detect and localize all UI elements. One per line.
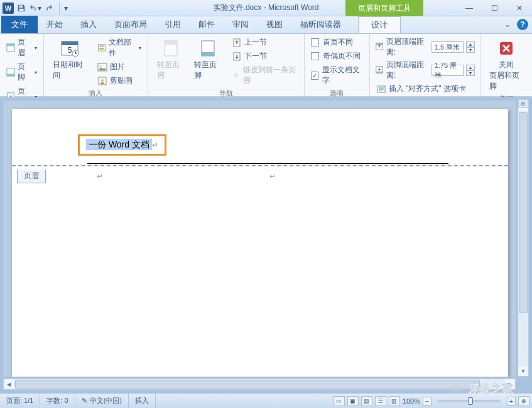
zoom-out-button[interactable]: − [423, 397, 432, 405]
paragraph-mark-icon: ↵ [269, 172, 276, 181]
paragraph-mark-icon: ↵ [152, 141, 158, 149]
header-button[interactable]: 页眉▾ [4, 36, 40, 60]
tab-review[interactable]: 审阅 [224, 16, 258, 33]
tab-references[interactable]: 引用 [156, 16, 190, 33]
insert-align-tab-button[interactable]: 插入 "对齐方式" 选项卡 [374, 82, 476, 95]
ribbon-minimize-icon[interactable]: ⌄ [502, 19, 513, 30]
link-previous-button[interactable]: 链接到前一条页眉 [229, 63, 300, 87]
tab-design[interactable]: 设计 [358, 16, 401, 33]
window-title: 实验文件.docx - Microsoft Word [214, 3, 319, 13]
tab-view[interactable]: 视图 [258, 16, 291, 33]
goto-header-icon [161, 37, 181, 60]
quickparts-button[interactable]: 文档部件▾ [95, 36, 144, 60]
group-close: 关闭 页眉和页脚 关闭 [480, 34, 532, 96]
scroll-thumb[interactable] [519, 112, 528, 313]
spin-down[interactable]: ▼ [466, 47, 475, 53]
svg-point-16 [99, 65, 101, 67]
zoom-slider[interactable] [438, 400, 501, 402]
view-outline-icon[interactable]: ☰ [375, 396, 386, 406]
header-region-tag: 页眉 [17, 169, 46, 183]
header-underline [87, 163, 448, 164]
svg-point-18 [101, 79, 104, 82]
save-icon[interactable] [15, 2, 28, 14]
spellcheck-icon: ✎ [82, 397, 87, 405]
paragraph-mark-icon: ↵ [97, 172, 103, 181]
group-navigation: 转至页眉 转至页脚 上一节 下一节 链接到前一条页眉 导航 [148, 34, 305, 96]
footer-icon [6, 67, 15, 77]
view-print-layout-icon[interactable]: ▭ [334, 396, 345, 406]
header-distance-spinner[interactable]: 页眉顶端距离: 1.5 厘米 ▲▼ [374, 36, 476, 58]
zoom-fit-icon[interactable]: ⊕ [518, 396, 529, 406]
view-draft-icon[interactable]: ▥ [389, 396, 400, 406]
prev-section-button[interactable]: 上一节 [229, 36, 300, 49]
zoom-in-button[interactable]: + [507, 397, 516, 405]
tab-home[interactable]: 开始 [38, 16, 72, 33]
redo-icon[interactable] [43, 2, 55, 14]
group-position: 页眉顶端距离: 1.5 厘米 ▲▼ 页脚底端距离: 1.75 厘米 ▲▼ 插入 … [370, 34, 480, 96]
qat-customize-icon[interactable]: ▾ [59, 2, 72, 14]
horizontal-scrollbar[interactable]: ◀ ▶ [3, 378, 516, 390]
quickparts-icon [97, 43, 106, 53]
help-icon[interactable]: ? [517, 19, 528, 30]
ruler-toggle-icon[interactable]: ⊞ [518, 99, 528, 108]
quick-access-toolbar: W ▾ ▾ [0, 2, 72, 14]
picture-icon [97, 62, 107, 72]
scroll-left-button[interactable]: ◀ [4, 379, 14, 389]
prev-icon [232, 38, 242, 48]
datetime-button[interactable]: 5 日期和时间 [48, 36, 92, 82]
zoom-level[interactable]: 100% [403, 397, 420, 405]
header-text[interactable]: 一份 Word 文档 [86, 139, 152, 150]
header-highlight-box: 一份 Word 文档↵ [78, 134, 166, 156]
document-viewport[interactable]: 一份 Word 文档↵ ↵ 页眉 ↵ [3, 100, 516, 377]
scroll-thumb[interactable] [15, 380, 480, 389]
minimize-button[interactable]: — [457, 0, 482, 16]
zoom-slider-knob[interactable] [468, 397, 473, 405]
status-bar: 页面: 1/1 字数: 0 ✎中文(中国) 插入 ▭ ▣ ▤ ☰ ▥ 100% … [0, 393, 532, 408]
tab-page-layout[interactable]: 页面布局 [106, 16, 156, 33]
status-insert-mode[interactable]: 插入 [129, 394, 156, 408]
link-icon [232, 70, 241, 80]
contextual-tab-title: 页眉和页脚工具 [345, 0, 423, 16]
document-area: 一份 Word 文档↵ ↵ 页眉 ↵ ⊞ ▲ ▼ ◀ ▶ [0, 97, 532, 393]
view-fullscreen-icon[interactable]: ▣ [347, 396, 359, 406]
status-language[interactable]: ✎中文(中国) [75, 394, 129, 408]
svg-rect-28 [376, 72, 383, 73]
file-tab[interactable]: 文件 [1, 16, 38, 33]
tab-foxit[interactable]: 福昕阅读器 [291, 16, 350, 33]
footer-button[interactable]: 页脚▾ [4, 60, 40, 84]
goto-footer-button[interactable]: 转至页脚 [189, 36, 227, 82]
svg-rect-5 [7, 74, 14, 77]
svg-rect-22 [202, 52, 214, 56]
show-doc-text-checkbox[interactable]: ✓显示文档文字 [308, 63, 366, 87]
spin-up[interactable]: ▲ [466, 41, 475, 47]
svg-rect-14 [99, 48, 104, 50]
footer-distance-spinner[interactable]: 页脚底端距离: 1.75 厘米 ▲▼ [374, 59, 476, 82]
scroll-down-button[interactable]: ▼ [518, 366, 528, 376]
tab-mailings[interactable]: 邮件 [190, 16, 224, 33]
goto-header-button[interactable]: 转至页眉 [152, 36, 190, 82]
status-page[interactable]: 页面: 1/1 [0, 394, 40, 408]
maximize-button[interactable]: ☐ [482, 0, 507, 16]
different-first-checkbox[interactable]: 首页不同 [308, 36, 366, 49]
scroll-right-button[interactable]: ▶ [505, 379, 515, 389]
page[interactable]: 一份 Word 文档↵ ↵ 页眉 ↵ [12, 109, 508, 377]
undo-icon[interactable]: ▾ [29, 2, 41, 14]
close-button[interactable]: ✕ [507, 0, 532, 16]
tab-insert[interactable]: 插入 [72, 16, 106, 33]
clipart-button[interactable]: 剪贴画 [95, 74, 144, 87]
vertical-scrollbar[interactable]: ⊞ ▲ ▼ [518, 100, 529, 377]
header-dist-icon [375, 42, 384, 52]
ribbon: 页眉▾ 页脚▾ #页码▾ 页眉和页脚 5 日期和时间 文档部件▾ 图片 剪贴画 … [0, 34, 532, 97]
view-web-icon[interactable]: ▤ [361, 396, 372, 406]
spin-down[interactable]: ▼ [466, 70, 475, 76]
footer-distance-value[interactable]: 1.75 厘米 [432, 65, 464, 76]
picture-button[interactable]: 图片 [95, 60, 144, 73]
close-header-footer-button[interactable]: 关闭 页眉和页脚 [484, 36, 528, 93]
next-section-button[interactable]: 下一节 [229, 50, 300, 63]
header-distance-value[interactable]: 1.5 厘米 [432, 41, 464, 53]
different-odd-even-checkbox[interactable]: 奇偶页不同 [308, 50, 366, 63]
status-word-count[interactable]: 字数: 0 [40, 394, 75, 408]
word-app-icon[interactable]: W [3, 3, 14, 14]
spin-up[interactable]: ▲ [466, 65, 475, 70]
close-x-icon [496, 37, 516, 60]
